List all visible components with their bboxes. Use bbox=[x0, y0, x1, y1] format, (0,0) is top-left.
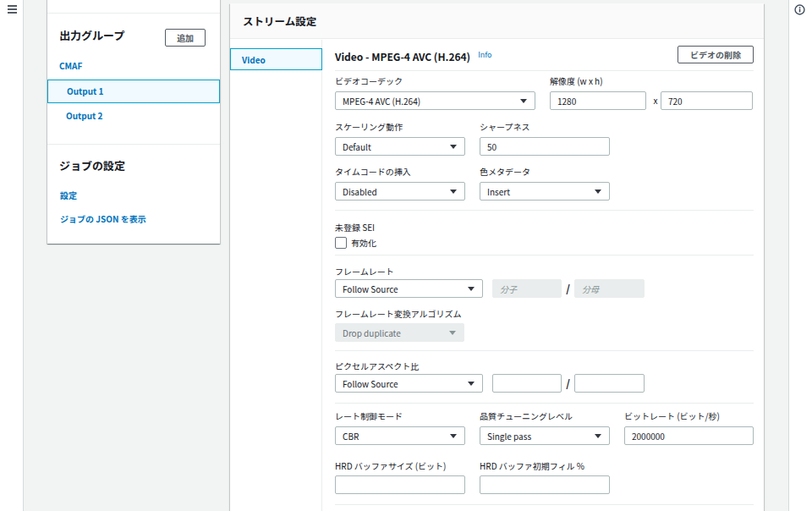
hamburger-icon[interactable] bbox=[8, 5, 17, 14]
framerate-select[interactable]: Follow Source bbox=[335, 279, 483, 298]
hrd-buffer-size-input[interactable] bbox=[335, 475, 465, 494]
sidebar-item-show-job-json[interactable]: ジョブの JSON を表示 bbox=[60, 214, 146, 224]
unregistered-sei-checkbox[interactable] bbox=[335, 237, 347, 249]
chevron-down-icon bbox=[449, 331, 456, 335]
timecode-insertion-label: タイムコードの挿入 bbox=[335, 167, 411, 177]
sidebar-divider bbox=[47, 144, 220, 145]
framerate-denominator-input[interactable] bbox=[574, 279, 645, 298]
tab-video[interactable]: Video bbox=[230, 48, 322, 70]
video-codec-select[interactable]: MPEG-4 AVC (H.264) bbox=[335, 91, 535, 110]
sidebar-top-section bbox=[47, 0, 220, 14]
rate-control-mode-select[interactable]: CBR bbox=[335, 426, 465, 445]
stream-nav-column: Video bbox=[230, 40, 322, 511]
pixel-aspect-ratio-label: ピクセルアスペクト比 bbox=[335, 361, 419, 371]
info-link[interactable]: Info bbox=[478, 49, 491, 60]
pixel-aspect-separator: / bbox=[562, 374, 573, 393]
video-section-title: Video - MPEG-4 AVC (H.264) bbox=[335, 49, 470, 63]
output-2-link: Output 2 bbox=[66, 111, 102, 121]
resolution-separator: x bbox=[650, 91, 661, 110]
panel-title: ストリーム設定 bbox=[243, 13, 316, 29]
pixel-aspect-numerator-input[interactable] bbox=[492, 374, 562, 393]
timecode-insertion-select[interactable]: Disabled bbox=[335, 182, 465, 201]
bitrate-input[interactable] bbox=[624, 426, 754, 445]
framerate-label: フレームレート bbox=[335, 266, 394, 277]
unregistered-sei-label: 未登録 SEI bbox=[335, 223, 375, 233]
panel-body: Video Video - MPEG-4 AVC (H.264) Info ビデ… bbox=[230, 40, 764, 511]
chevron-down-icon bbox=[450, 145, 457, 149]
section-divider bbox=[335, 210, 754, 211]
output-groups-heading: 出力グループ bbox=[59, 30, 124, 41]
chevron-down-icon bbox=[450, 190, 457, 194]
scaling-behavior-label: スケーリング動作 bbox=[335, 122, 403, 132]
section-divider bbox=[335, 255, 754, 256]
panel-header: ストリーム設定 bbox=[230, 3, 764, 39]
info-circle-icon[interactable] bbox=[794, 4, 805, 15]
color-metadata-select[interactable]: Insert bbox=[480, 182, 610, 201]
chevron-down-icon bbox=[450, 434, 457, 438]
hrd-initial-fill-input[interactable] bbox=[480, 475, 610, 494]
framerate-numerator-input[interactable] bbox=[492, 279, 562, 298]
title-divider bbox=[335, 70, 754, 71]
chevron-down-icon bbox=[468, 382, 475, 386]
unregistered-sei-checkbox-label: 有効化 bbox=[351, 237, 376, 249]
video-settings-form: Video - MPEG-4 AVC (H.264) Info ビデオの削除 ビ… bbox=[323, 40, 764, 511]
sharpness-label: シャープネス bbox=[480, 122, 529, 132]
resolution-width-input[interactable] bbox=[550, 91, 646, 110]
video-title-row: Video - MPEG-4 AVC (H.264) Info ビデオの削除 bbox=[335, 47, 754, 65]
stream-settings-panel: ストリーム設定 Video Video - MPEG-4 AVC (H.264)… bbox=[230, 3, 764, 511]
left-nav-rail bbox=[0, 0, 24, 511]
rate-control-mode-label: レート制御モード bbox=[335, 411, 403, 421]
section-divider bbox=[335, 403, 754, 404]
bitrate-label: ビットレート (ビット/秒) bbox=[624, 411, 720, 421]
sidebar-item-cmaf[interactable]: CMAF bbox=[59, 61, 82, 71]
framerate-separator: / bbox=[562, 279, 573, 298]
chevron-down-icon bbox=[595, 190, 601, 194]
job-settings-heading: ジョブの設定 bbox=[59, 160, 125, 172]
sidebar-item-settings[interactable]: 設定 bbox=[60, 190, 77, 201]
quality-tuning-level-label: 品質チューニングレベル bbox=[480, 411, 573, 421]
sharpness-input[interactable] bbox=[480, 137, 610, 156]
framerate-conversion-algorithm-select[interactable]: Drop duplicate bbox=[335, 323, 464, 342]
add-output-group-button[interactable]: 追加 bbox=[165, 29, 206, 47]
chevron-down-icon bbox=[468, 287, 475, 291]
hrd-initial-fill-label: HRD バッファ初期フィル % bbox=[480, 461, 584, 471]
resolution-label: 解像度 (w x h) bbox=[550, 76, 603, 86]
pixel-aspect-denominator-input[interactable] bbox=[574, 374, 645, 393]
job-navigation-panel: 出力グループ 追加 CMAF Output 1 Output 2 ジョブの設定 … bbox=[47, 0, 220, 244]
output-1-link: Output 1 bbox=[67, 86, 103, 96]
section-divider bbox=[335, 350, 754, 351]
quality-tuning-level-select[interactable]: Single pass bbox=[480, 426, 610, 445]
sidebar-item-output-1[interactable]: Output 1 bbox=[47, 80, 220, 103]
color-metadata-label: 色メタデータ bbox=[480, 167, 530, 177]
chevron-down-icon bbox=[595, 434, 601, 438]
resolution-height-input[interactable] bbox=[661, 91, 753, 110]
section-divider bbox=[335, 504, 754, 505]
hrd-buffer-size-label: HRD バッファサイズ (ビット) bbox=[335, 461, 446, 471]
sidebar-item-output-2[interactable]: Output 2 bbox=[47, 103, 220, 129]
chevron-down-icon bbox=[520, 99, 527, 103]
right-help-rail bbox=[788, 0, 812, 511]
delete-video-button[interactable]: ビデオの削除 bbox=[678, 46, 754, 63]
scaling-behavior-select[interactable]: Default bbox=[335, 137, 465, 156]
framerate-conversion-algorithm-label: フレームレート変換アルゴリズム bbox=[335, 309, 461, 319]
pixel-aspect-ratio-select[interactable]: Follow Source bbox=[335, 374, 483, 393]
video-codec-label: ビデオコーデック bbox=[335, 76, 403, 86]
